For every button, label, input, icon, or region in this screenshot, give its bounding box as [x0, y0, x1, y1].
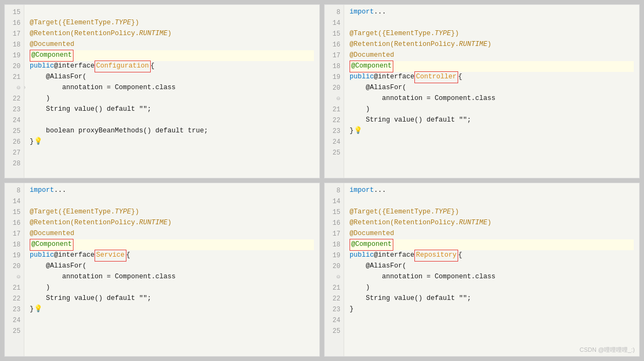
- code-content-1: @Target({ElementType.TYPE}) @Retention(R…: [24, 5, 319, 178]
- panel-configuration: 15 16 17 18 19 20 21 ⊖ 22 23 24 25 26 27…: [4, 4, 320, 178]
- line-numbers-3: 8 14 15 16 17 18 19 20 ⊖ 21 22 23 24 25: [5, 183, 24, 356]
- panel-repository: 8 14 15 16 17 18 19 20 ⊖ 21 22 23 24 25 …: [324, 183, 640, 357]
- code-content-4: import ... @Target({ElementType.TYPE}) @…: [344, 183, 639, 356]
- watermark: CSDN @哩哩哩哩_:): [580, 346, 635, 354]
- panel-controller: 8 14 15 16 17 18 19 20 ⊖ 21 22 23 24 25 …: [324, 4, 640, 178]
- line-numbers-2: 8 14 15 16 17 18 19 20 ⊖ 21 22 23 24 25: [325, 5, 344, 178]
- code-content-2: import ... @Target({ElementType.TYPE}) @…: [344, 5, 639, 178]
- code-content-3: import ... @Target({ElementType.TYPE}) @…: [24, 183, 319, 356]
- line-numbers-4: 8 14 15 16 17 18 19 20 ⊖ 21 22 23 24 25: [325, 183, 344, 356]
- panel-service: 8 14 15 16 17 18 19 20 ⊖ 21 22 23 24 25 …: [4, 183, 320, 357]
- code-grid: 15 16 17 18 19 20 21 ⊖ 22 23 24 25 26 27…: [4, 4, 640, 357]
- line-numbers-1: 15 16 17 18 19 20 21 ⊖ 22 23 24 25 26 27…: [5, 5, 24, 178]
